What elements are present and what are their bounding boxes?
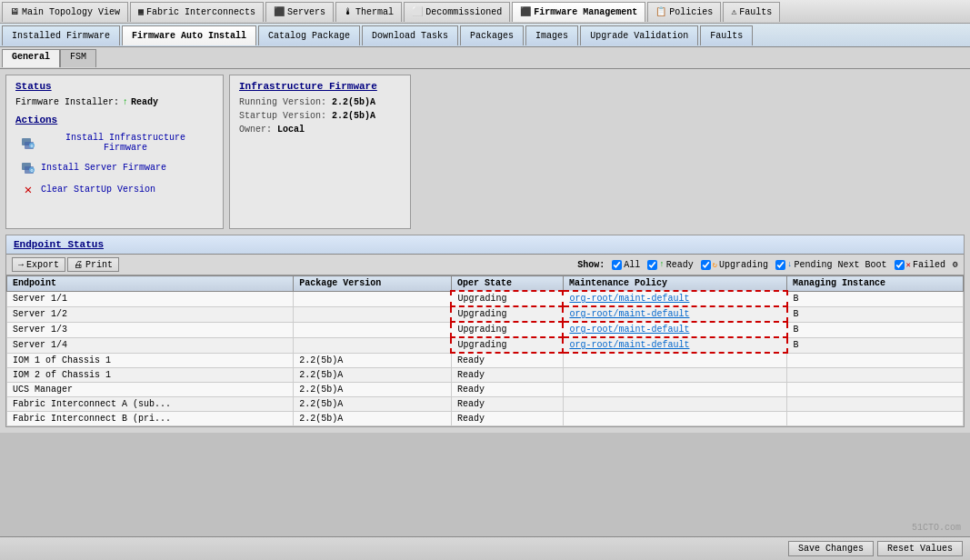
nav-tab-policies[interactable]: 📋 Policies [647, 2, 721, 22]
ter-tab-fsm[interactable]: FSM [60, 49, 96, 67]
cell-package-version: 2.2(5b)A [294, 368, 452, 383]
sec-tab-catalog-package[interactable]: Catalog Package [258, 25, 360, 45]
running-version-label: Running Version: [239, 97, 326, 107]
nav-tab-thermal[interactable]: 🌡 Thermal [335, 2, 402, 22]
settings-icon: ⚙ [953, 259, 958, 270]
startup-version-label: Startup Version: [239, 111, 326, 121]
table-row: Server 1/3Upgradingorg-root/maint-defaul… [7, 322, 964, 337]
nav-tab-decommissioned[interactable]: ⬜ Decommissioned [404, 2, 510, 22]
owner-label: Owner: [239, 125, 272, 135]
svg-text:⚙: ⚙ [31, 144, 34, 149]
sec-tab-upgrade-validation[interactable]: Upgrade Validation [580, 25, 698, 45]
table-row: Fabric Interconnect B (pri...2.2(5b)ARea… [7, 412, 964, 426]
decommissioned-icon: ⬜ [412, 6, 423, 17]
filter-pending-checkbox[interactable] [775, 260, 785, 270]
ter-tab-fsm-label: FSM [70, 52, 86, 62]
cell-maintenance-policy[interactable]: org-root/maint-default [563, 306, 786, 322]
cell-maintenance-policy[interactable]: org-root/maint-default [563, 322, 786, 337]
col-package-version: Package Version [294, 276, 452, 292]
sec-tab-faults-secondary[interactable]: Faults [700, 25, 753, 45]
table-header-row: Endpoint Package Version Oper State Main… [7, 276, 964, 292]
print-label: Print [85, 260, 113, 270]
infra-firmware-panel: Infrastructure Firmware Running Version:… [229, 75, 411, 229]
maintenance-policy-link[interactable]: org-root/maint-default [569, 294, 689, 304]
svg-text:⚙: ⚙ [31, 168, 34, 174]
cell-oper-state: Upgrading [451, 306, 563, 322]
pending-icon: ↓ [787, 260, 792, 269]
cell-endpoint: Fabric Interconnect B (pri... [7, 412, 294, 426]
ter-tab-general[interactable]: General [2, 49, 60, 67]
maintenance-policy-link[interactable]: org-root/maint-default [569, 325, 689, 335]
toolbar-right: Show: All ↑ Ready ↻ Upgrading ↓ [577, 259, 958, 270]
startup-version-row: Startup Version: 2.2(5b)A [239, 111, 401, 121]
cell-endpoint: UCS Manager [7, 383, 294, 397]
export-button[interactable]: → Export [12, 257, 65, 272]
cell-package-version: 2.2(5b)A [294, 412, 452, 426]
sec-tab-images[interactable]: Images [525, 25, 578, 45]
cell-managing-instance [787, 368, 964, 383]
maintenance-policy-link[interactable]: org-root/maint-default [569, 340, 689, 350]
maintenance-policy-link[interactable]: org-root/maint-default [569, 309, 689, 319]
cell-package-version [294, 291, 452, 306]
sec-tab-firmware-auto-install[interactable]: Firmware Auto Install [122, 25, 256, 45]
filter-pending: ↓ Pending Next Boot [775, 260, 886, 270]
cell-oper-state: Ready [451, 412, 563, 426]
table-row: IOM 1 of Chassis 12.2(5b)AReady [7, 353, 964, 368]
endpoint-status-header: Endpoint Status [6, 235, 964, 255]
col-endpoint: Endpoint [7, 276, 294, 292]
nav-tab-main-topology[interactable]: 🖥 Main Topology View [2, 2, 128, 22]
top-nav-bar: 🖥 Main Topology View ▦ Fabric Interconne… [0, 0, 970, 24]
filter-all-checkbox[interactable] [612, 260, 622, 270]
reset-values-button[interactable]: Reset Values [877, 541, 963, 556]
sec-tab-download-label: Download Tasks [372, 31, 448, 41]
nav-tab-main-topology-label: Main Topology View [22, 7, 120, 17]
cell-endpoint: Server 1/2 [7, 306, 294, 322]
status-panel-title: Status [15, 81, 214, 92]
status-row: Firmware Installer: ↑ Ready [15, 97, 214, 107]
filter-upgrading-checkbox[interactable] [701, 260, 711, 270]
fabric-icon: ▦ [138, 6, 144, 17]
cell-maintenance-policy[interactable]: org-root/maint-default [563, 291, 786, 306]
cell-endpoint: Server 1/4 [7, 337, 294, 353]
nav-tab-faults[interactable]: ⚠ Faults [723, 2, 780, 22]
col-oper-state: Oper State [451, 276, 563, 292]
nav-tab-firmware-mgmt[interactable]: ⬛ Firmware Management [512, 2, 645, 22]
clear-startup-button[interactable]: ✕ Clear StartUp Version [15, 180, 159, 198]
sec-tab-auto-install-label: Firmware Auto Install [132, 31, 246, 41]
install-server-button[interactable]: ⚙ Install Server Firmware [15, 158, 170, 176]
faults-nav-icon: ⚠ [731, 6, 736, 17]
save-changes-button[interactable]: Save Changes [788, 541, 874, 556]
main-content: Status Firmware Installer: ↑ Ready Actio… [0, 69, 970, 433]
cell-endpoint: IOM 2 of Chassis 1 [7, 368, 294, 383]
print-button[interactable]: 🖨 Print [67, 257, 119, 272]
cell-oper-state: Ready [451, 397, 563, 412]
top-panels-row: Status Firmware Installer: ↑ Ready Actio… [5, 75, 965, 229]
install-infra-button[interactable]: ⚙ Install Infrastructure Firmware [15, 131, 214, 155]
cell-package-version [294, 306, 452, 322]
secondary-nav-bar: Installed Firmware Firmware Auto Install… [0, 24, 970, 47]
nav-tab-thermal-label: Thermal [355, 7, 394, 17]
cell-maintenance-policy [563, 368, 786, 383]
filter-failed-checkbox[interactable] [895, 260, 905, 270]
toolbar-left: → Export 🖨 Print [12, 257, 119, 272]
nav-tab-fabric-interconnects[interactable]: ▦ Fabric Interconnects [130, 2, 264, 22]
sec-tab-installed-firmware[interactable]: Installed Firmware [2, 25, 120, 45]
cell-managing-instance [787, 383, 964, 397]
sec-tab-packages-label: Packages [470, 31, 514, 41]
sec-tab-download-tasks[interactable]: Download Tasks [362, 25, 458, 45]
firmware-installer-label: Firmware Installer: [15, 97, 119, 107]
cell-managing-instance [787, 353, 964, 368]
table-row: UCS Manager2.2(5b)AReady [7, 383, 964, 397]
nav-tab-servers[interactable]: ⬛ Servers [265, 2, 334, 22]
table-row: Server 1/4Upgradingorg-root/maint-defaul… [7, 337, 964, 353]
cell-maintenance-policy [563, 397, 786, 412]
cell-maintenance-policy [563, 353, 786, 368]
nav-tab-faults-label: Faults [739, 7, 772, 17]
filter-upgrading: ↻ Upgrading [701, 260, 768, 270]
cell-endpoint: Server 1/3 [7, 322, 294, 337]
install-infra-label: Install Infrastructure Firmware [41, 133, 210, 153]
filter-ready-checkbox[interactable] [647, 260, 657, 270]
status-panel: Status Firmware Installer: ↑ Ready Actio… [5, 75, 224, 229]
sec-tab-packages[interactable]: Packages [460, 25, 524, 45]
cell-maintenance-policy[interactable]: org-root/maint-default [563, 337, 786, 353]
